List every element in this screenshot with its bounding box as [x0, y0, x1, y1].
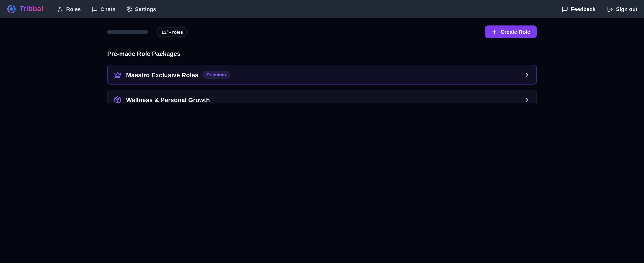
sign-out-button[interactable]: Sign out [607, 6, 638, 12]
logout-icon [607, 6, 613, 12]
roles-usage-progressbar [107, 30, 148, 33]
feedback-label: Feedback [571, 6, 596, 12]
nav-item-label: Chats [100, 6, 115, 12]
packages-section-title: Pre-made Role Packages [107, 50, 537, 57]
chat-icon [92, 6, 98, 12]
crown-icon [114, 71, 122, 79]
package-card-wellness[interactable]: Wellness & Personal Growth [107, 90, 537, 103]
nav-item-settings[interactable]: Settings [126, 6, 156, 12]
nav-item-chats[interactable]: Chats [92, 6, 115, 12]
premium-badge: Premium [202, 71, 230, 79]
package-list: Maestro Exclusive Roles Premium Wellness… [107, 65, 537, 103]
package-title: Wellness & Personal Growth [126, 96, 210, 103]
package-icon [114, 96, 122, 103]
gear-icon [126, 6, 132, 12]
nav-item-label: Settings [135, 6, 156, 12]
sign-out-label: Sign out [616, 6, 638, 12]
main-content: 13/∞ roles Create Role Pre-made Role Pac… [107, 25, 537, 103]
navbar: Tribbai Roles Chats Settings [0, 0, 644, 18]
roles-count-badge: 13/∞ roles [156, 27, 188, 37]
create-role-label: Create Role [500, 29, 530, 35]
package-card-maestro[interactable]: Maestro Exclusive Roles Premium [107, 65, 537, 85]
package-title: Maestro Exclusive Roles [126, 71, 198, 78]
chat-icon [562, 6, 568, 12]
secondary-nav: Feedback Sign out [562, 6, 638, 12]
feedback-button[interactable]: Feedback [562, 6, 596, 12]
create-role-button[interactable]: Create Role [484, 25, 537, 38]
app-window: Tribbai Roles Chats Settings [0, 0, 644, 103]
nav-item-roles[interactable]: Roles [57, 6, 81, 12]
user-icon [57, 6, 63, 12]
chevron-right-icon [523, 96, 530, 103]
chevron-right-icon [523, 71, 530, 78]
usage-group: 13/∞ roles [107, 27, 188, 37]
nav-item-label: Roles [66, 6, 81, 12]
plus-icon [491, 29, 497, 35]
brand-name: Tribbai [20, 5, 43, 13]
roles-toolbar: 13/∞ roles Create Role [107, 25, 537, 38]
primary-nav: Roles Chats Settings [57, 6, 156, 12]
brand-logo[interactable]: Tribbai [6, 4, 43, 14]
tribbai-logo-icon [6, 4, 16, 14]
